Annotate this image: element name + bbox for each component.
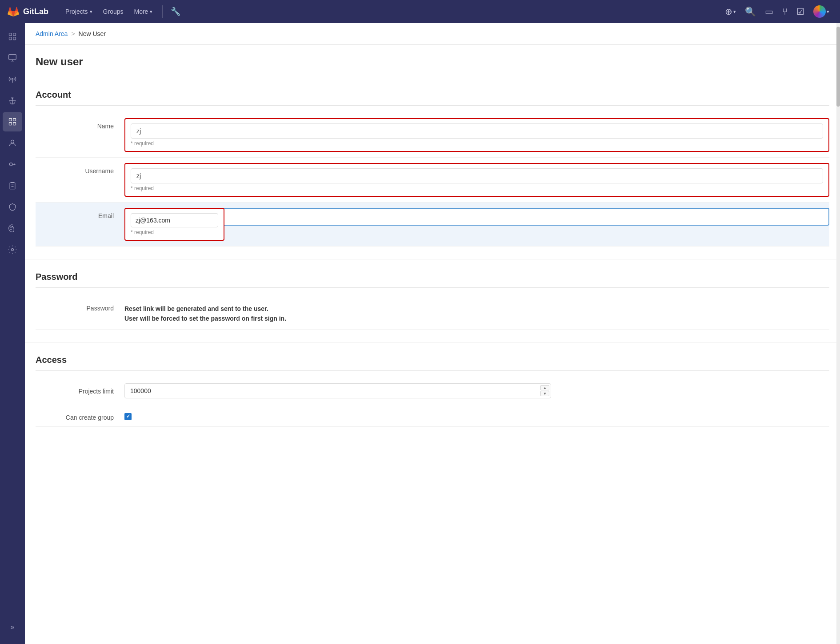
email-extension-highlight [224, 208, 829, 226]
svg-rect-3 [13, 37, 16, 40]
panels-button[interactable]: ▭ [761, 4, 777, 20]
spinner-down-button[interactable]: ▼ [540, 391, 549, 396]
sidebar-item-admin[interactable] [3, 27, 22, 46]
email-input[interactable] [131, 213, 218, 227]
email-form-group: Email * required [36, 203, 829, 246]
svg-point-14 [11, 140, 14, 143]
name-input[interactable] [131, 123, 823, 139]
projects-limit-input-wrap: ▲ ▼ [124, 383, 551, 398]
sidebar-item-clipboard[interactable] [3, 176, 22, 195]
sidebar-bottom: » [3, 617, 22, 639]
svg-rect-1 [13, 33, 16, 36]
username-control-wrap: * required [124, 163, 829, 197]
projects-limit-input[interactable] [124, 383, 551, 398]
name-control-wrap: * required [124, 118, 829, 152]
sidebar-item-shield[interactable] [3, 197, 22, 217]
sidebar-collapse-button[interactable]: » [3, 617, 22, 637]
can-create-group-label: Can create group [36, 409, 124, 421]
name-form-group: Name * required [36, 113, 829, 158]
password-section: Password Password Reset link will be gen… [25, 259, 840, 342]
todo-button[interactable]: ☑ [793, 4, 808, 20]
username-form-group: Username * required [36, 158, 829, 203]
username-required-hint: * required [131, 185, 823, 191]
svg-rect-12 [9, 123, 12, 125]
groups-nav-link[interactable]: Groups [99, 5, 128, 18]
chevron-down-icon: ▾ [827, 9, 829, 15]
user-avatar-button[interactable]: ▾ [810, 3, 833, 20]
nav-right: ⊕ ▾ 🔍 ▭ ⑂ ☑ ▾ [721, 3, 833, 20]
email-label: Email [36, 208, 124, 219]
password-control-wrap: Reset link will be generated and sent to… [124, 300, 829, 324]
svg-point-7 [12, 97, 13, 99]
password-section-title: Password [36, 272, 829, 288]
logo-text: GitLab [23, 7, 48, 16]
plus-icon: ⊕ [725, 6, 732, 17]
main-content: Admin Area > New User New user Account N… [25, 23, 840, 644]
sidebar-item-monitor[interactable] [3, 48, 22, 68]
sidebar-item-key[interactable] [3, 155, 22, 174]
chevron-down-icon: ▾ [150, 9, 152, 15]
name-label: Name [36, 118, 124, 130]
projects-nav-link[interactable]: Projects ▾ [61, 5, 97, 18]
nav-divider [162, 5, 163, 18]
svg-rect-10 [9, 119, 12, 121]
nav-links: Projects ▾ Groups More ▾ 🔧 [61, 4, 712, 19]
sidebar-item-grid[interactable] [3, 112, 22, 131]
breadcrumb: Admin Area > New User [25, 23, 840, 45]
page-header: New user [25, 45, 840, 77]
svg-rect-4 [9, 55, 16, 60]
breadcrumb-admin-area[interactable]: Admin Area [36, 30, 68, 37]
svg-rect-0 [9, 33, 12, 36]
username-highlight-box: * required [124, 163, 829, 197]
can-create-group-form-group: Can create group [36, 404, 829, 427]
gitlab-logo[interactable]: GitLab [7, 5, 48, 18]
password-info-line2: User will be forced to set the password … [124, 314, 829, 323]
username-label: Username [36, 163, 124, 175]
svg-point-22 [12, 249, 14, 251]
app-layout: » Admin Area > New User New user Account… [0, 23, 840, 644]
sidebar-item-palette[interactable] [3, 219, 22, 238]
can-create-group-checkbox-wrap [124, 409, 829, 420]
can-create-group-checkbox[interactable] [124, 413, 132, 420]
account-section: Account Name * required Username * re [25, 77, 840, 259]
username-input[interactable] [131, 168, 823, 183]
sidebar-item-anchor[interactable] [3, 91, 22, 110]
new-item-button[interactable]: ⊕ ▾ [721, 4, 740, 20]
check-square-icon: ☑ [796, 6, 804, 17]
password-info-line1: Reset link will be generated and sent to… [124, 304, 829, 314]
scrollbar-thumb[interactable] [836, 27, 840, 107]
avatar [813, 5, 826, 18]
name-required-hint: * required [131, 140, 823, 147]
chevron-down-icon: ▾ [733, 9, 736, 15]
projects-limit-form-group: Projects limit ▲ ▼ [36, 378, 829, 404]
sidebar-item-users[interactable] [3, 133, 22, 153]
projects-limit-control-wrap: ▲ ▼ [124, 383, 829, 398]
svg-point-19 [11, 227, 12, 228]
breadcrumb-current: New User [79, 30, 106, 37]
wrench-icon[interactable]: 🔧 [168, 4, 183, 19]
svg-point-5 [12, 78, 13, 80]
sidebar: » [0, 23, 25, 644]
email-control-wrap: * required [124, 208, 829, 241]
access-section-title: Access [36, 355, 829, 371]
spinner-up-button[interactable]: ▲ [540, 385, 549, 390]
access-section: Access Projects limit ▲ ▼ Can create gro [25, 342, 840, 439]
projects-limit-label: Projects limit [36, 383, 124, 395]
email-required-hint: * required [131, 229, 218, 235]
svg-rect-13 [13, 123, 16, 125]
svg-point-21 [12, 226, 13, 227]
email-input-row: * required [124, 208, 829, 241]
search-button[interactable]: 🔍 [741, 4, 760, 20]
svg-rect-2 [9, 37, 12, 40]
svg-rect-11 [13, 119, 16, 121]
can-create-group-control-wrap [124, 409, 829, 420]
password-label: Password [36, 300, 124, 312]
chevron-down-icon: ▾ [90, 9, 92, 15]
merge-icon: ⑂ [782, 7, 788, 17]
merge-request-button[interactable]: ⑂ [779, 4, 791, 20]
more-nav-link[interactable]: More ▾ [130, 5, 157, 18]
page-title: New user [36, 56, 829, 68]
sidebar-item-settings[interactable] [3, 240, 22, 259]
sidebar-item-antenna[interactable] [3, 69, 22, 89]
password-info: Reset link will be generated and sent to… [124, 300, 829, 324]
